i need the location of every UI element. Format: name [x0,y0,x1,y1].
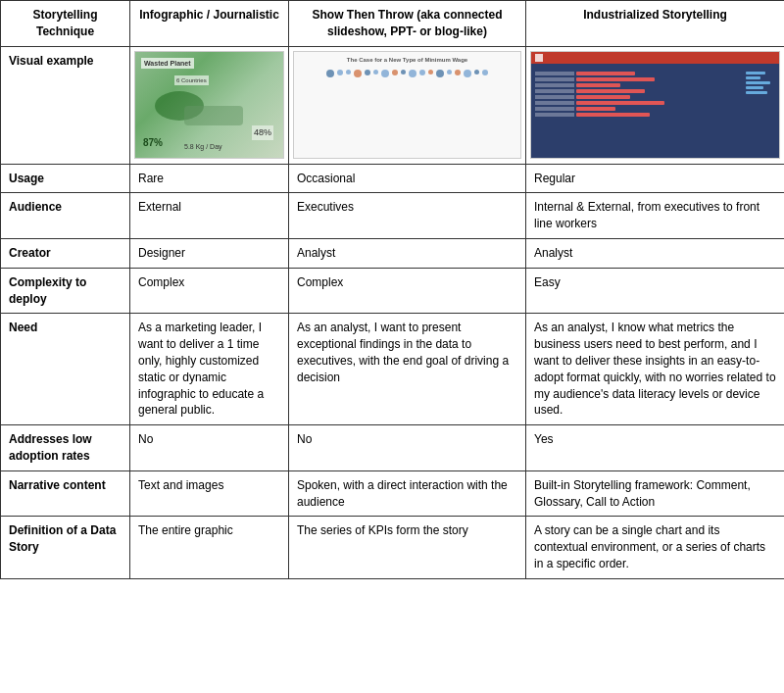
complexity-infographic: Complex [130,268,289,314]
label-need: Need [1,314,130,425]
audience-infographic: External [130,193,289,239]
row-visual-example: Visual example 87% 48% 5.8 Kg / Day The … [1,46,785,164]
label-adoption: Addresses low adoption rates [1,425,130,471]
need-slideshow: As an analyst, I want to present excepti… [289,314,526,425]
row-adoption: Addresses low adoption rates No No Yes [1,425,785,471]
row-audience: Audience External Executives Internal & … [1,193,785,239]
label-usage: Usage [1,164,130,193]
label-definition: Definition of a Data Story [1,517,130,578]
definition-slideshow: The series of KPIs form the story [289,517,526,578]
creator-infographic: Designer [130,238,289,268]
usage-slideshow: Occasional [289,164,526,193]
adoption-industrialized: Yes [526,425,785,471]
header-show-then-throw: Show Then Throw (aka connected slideshow… [289,1,526,47]
audience-slideshow: Executives [289,193,526,239]
row-definition: Definition of a Data Story The entire gr… [1,517,785,578]
row-usage: Usage Rare Occasional Regular [1,164,785,193]
label-creator: Creator [1,238,130,268]
adoption-infographic: No [130,425,289,471]
creator-industrialized: Analyst [526,238,785,268]
row-need: Need As a marketing leader, I want to de… [1,314,785,425]
definition-infographic: The entire graphic [130,517,289,578]
narrative-slideshow: Spoken, with a direct interaction with t… [289,470,526,517]
complexity-slideshow: Complex [289,268,526,314]
usage-industrialized: Regular [526,164,785,193]
definition-industrialized: A story can be a single chart and its co… [526,517,785,578]
row-narrative: Narrative content Text and images Spoken… [1,470,785,517]
adoption-slideshow: No [289,425,526,471]
header-infographic: Infographic / Journalistic [130,1,289,47]
label-audience: Audience [1,193,130,239]
visual-dashboard [526,46,785,164]
visual-slideshow: The Case for a New Type of Minimum Wage [289,46,526,164]
narrative-industrialized: Built-in Storytelling framework: Comment… [526,470,785,517]
row-complexity: Complexity to deploy Complex Complex Eas… [1,268,785,314]
dashboard-thumbnail [530,51,780,159]
need-infographic: As a marketing leader, I want to deliver… [130,314,289,425]
label-visual-example: Visual example [1,46,130,164]
infographic-thumbnail: 87% 48% 5.8 Kg / Day [134,51,284,159]
narrative-infographic: Text and images [130,470,289,517]
slideshow-thumbnail: The Case for a New Type of Minimum Wage [293,51,521,159]
label-narrative: Narrative content [1,470,130,517]
creator-slideshow: Analyst [289,238,526,268]
need-industrialized: As an analyst, I know what metrics the b… [526,314,785,425]
audience-industrialized: Internal & External, from executives to … [526,193,785,239]
complexity-industrialized: Easy [526,268,785,314]
usage-infographic: Rare [130,164,289,193]
label-complexity: Complexity to deploy [1,268,130,314]
visual-infographic: 87% 48% 5.8 Kg / Day [130,46,289,164]
row-creator: Creator Designer Analyst Analyst [1,238,785,268]
header-technique: Storytelling Technique [1,1,130,47]
header-industrialized: Industrialized Storytelling [526,1,785,47]
